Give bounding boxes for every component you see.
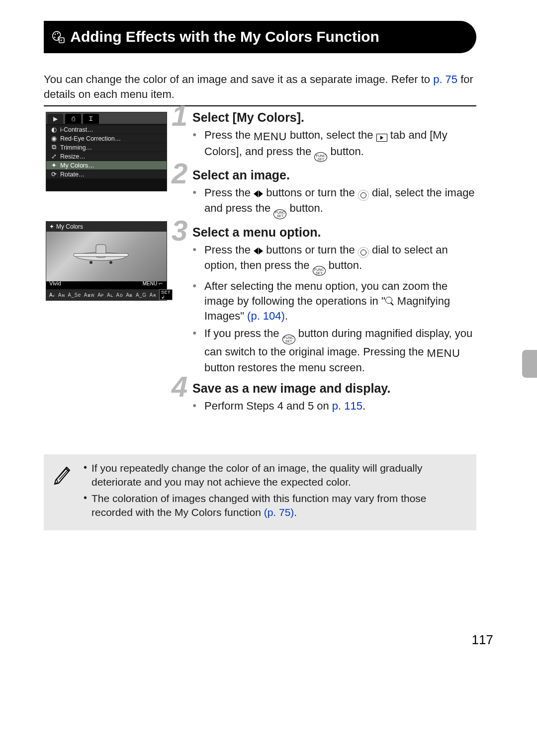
intro-text-1: You can change the color of an image and… — [44, 73, 433, 85]
left-right-arrows-icon — [254, 190, 263, 197]
step-number: 1 — [172, 101, 187, 130]
menu-return-label: MENU ⤺ — [143, 281, 163, 286]
my-colors-preview-screenshot: ✦ My Colors Vivid MENU ⤺ AᵥAɴA_SeAʙwAᴘAʟ… — [46, 221, 167, 301]
text-span: button. — [326, 259, 362, 271]
text-span: button. — [327, 145, 363, 158]
camera-menu-item-icon: ⧉ — [50, 144, 57, 151]
camera-menu-item: ⤢Resize… — [46, 152, 167, 161]
step-title: Save as a new image and display. — [192, 381, 477, 396]
step-body: Perform Steps 4 and 5 on p. 115. — [192, 399, 477, 414]
step-title: Select an image. — [192, 168, 477, 182]
text-span: The coloration of images changed with th… — [91, 493, 427, 518]
step-bullet: Press the buttons or turn the dial, sele… — [192, 185, 477, 219]
xref-link[interactable]: p. 115 — [332, 400, 362, 412]
section-thumb-tab — [522, 350, 537, 378]
camera-menu-item-icon: ⟳ — [50, 170, 57, 178]
pencil-note-icon — [51, 461, 75, 485]
camera-menu-item-icon: ⤢ — [50, 153, 57, 160]
svg-point-9 — [109, 261, 112, 264]
camera-menu-item-icon: ◐ — [50, 126, 57, 133]
camera-menu-item-icon: ◉ — [50, 135, 57, 142]
text-span: Press the — [204, 129, 254, 141]
svg-marker-4 — [60, 39, 62, 41]
step-body: Press the buttons or turn the dial, sele… — [192, 185, 477, 219]
current-effect-label: Vivid — [49, 280, 61, 286]
playback-tab-icon — [376, 134, 387, 142]
camera-menu-item-icon: ✦ — [50, 162, 57, 169]
my-colors-option: Aʀ — [149, 292, 156, 298]
func-set-button-icon: FUNCSET — [282, 335, 295, 344]
print-tab-icon: ⎙ — [65, 114, 81, 124]
page: Adding Effects with the My Colors Functi… — [0, 0, 537, 756]
text-span: button. — [286, 202, 323, 214]
svg-point-8 — [90, 261, 92, 264]
text-span: . — [285, 310, 288, 322]
my-colors-option: Aᴘ — [97, 292, 104, 298]
my-colors-playback-icon — [51, 30, 65, 43]
step-bullet: Perform Steps 4 and 5 on p. 115. — [192, 399, 477, 414]
camera-menu-item: ◐i-Contrast… — [46, 125, 167, 134]
step-number: 4 — [172, 372, 187, 401]
step: 4Save as a new image and display.Perform… — [177, 381, 477, 414]
playback-tab-icon: ▶ — [47, 114, 63, 124]
step: 1Select [My Colors].Press the MENU butto… — [177, 110, 477, 162]
svg-rect-7 — [74, 253, 128, 256]
intro-link-p75[interactable]: p. 75 — [433, 73, 457, 85]
step-title: Select a menu option. — [192, 225, 477, 240]
my-colors-option-strip: AᵥAɴA_SeAʙwAᴘAʟAᴅAʙA_GAʀSET ↲ — [46, 289, 167, 300]
menu-button-icon: MENU — [254, 129, 287, 144]
camera-menu-item-label: My Colors… — [60, 162, 94, 169]
magnify-icon — [385, 297, 394, 306]
menu-button-icon: MENU — [427, 346, 460, 361]
step-body: Press the buttons or turn the dial to se… — [192, 243, 477, 375]
airplane-illustration — [71, 243, 131, 267]
note-item: If you repeatedly change the color of an… — [84, 461, 467, 490]
tools-tab-icon: Ꮖ — [83, 114, 99, 124]
step: 3Select a menu option.Press the buttons … — [177, 225, 477, 375]
note-box: If you repeatedly change the color of an… — [44, 454, 476, 530]
camera-menu-list: ◐i-Contrast…◉Red-Eye Correction…⧉Trimmin… — [46, 124, 167, 180]
control-dial-icon — [358, 190, 369, 201]
my-colors-option: A_Se — [68, 292, 81, 298]
step: 2Select an image.Press the buttons or tu… — [177, 168, 477, 219]
step-bullet: Press the MENU button, select the tab an… — [192, 128, 477, 162]
page-title: Adding Effects with the My Colors Functi… — [70, 28, 379, 45]
text-span: If you press the — [204, 327, 282, 339]
step-bullet: After selecting the menu option, you can… — [192, 279, 477, 323]
svg-point-2 — [54, 37, 56, 38]
left-right-arrows-icon — [254, 248, 263, 254]
text-span: Perform Steps 4 and 5 on — [204, 400, 332, 412]
camera-menu-item: ✦My Colors… — [46, 161, 167, 170]
my-colors-option: Aʙw — [84, 292, 94, 298]
camera-menu-screenshot: ▶ ⎙ Ꮖ ◐i-Contrast…◉Red-Eye Correction…⧉T… — [46, 112, 167, 191]
page-number: 117 — [472, 632, 493, 648]
my-colors-option: Aɴ — [58, 292, 65, 298]
my-colors-header: ✦ My Colors — [46, 222, 167, 232]
step-bullet: If you press the FUNCSET button during m… — [192, 326, 477, 375]
text-span: buttons or turn the — [263, 244, 358, 256]
my-colors-option: Aʟ — [107, 292, 113, 298]
my-colors-option: Aᴅ — [116, 292, 123, 298]
camera-menu-item-label: Rotate… — [60, 171, 85, 178]
step-bullet: Press the buttons or turn the dial to se… — [192, 243, 477, 276]
step-number: 3 — [172, 216, 187, 245]
palette-icon: ✦ — [49, 223, 54, 230]
text-span: buttons or turn the — [263, 186, 358, 199]
control-dial-icon — [358, 247, 369, 258]
xref-link[interactable]: (p. 104) — [247, 310, 285, 322]
note-item: The coloration of images changed with th… — [84, 492, 467, 520]
step-number: 2 — [172, 159, 187, 188]
text-span: button restores the menu screen. — [204, 361, 365, 374]
text-span: . — [362, 400, 365, 412]
intro-paragraph: You can change the color of an image and… — [44, 72, 476, 101]
camera-menu-item: ⟳Rotate… — [46, 170, 167, 179]
camera-menu-item: ◉Red-Eye Correction… — [46, 134, 167, 143]
svg-point-1 — [57, 33, 59, 34]
camera-menu-item-label: Red-Eye Correction… — [60, 135, 121, 142]
set-label: SET ↲ — [159, 289, 173, 300]
page-title-banner: Adding Effects with the My Colors Functi… — [44, 21, 476, 53]
camera-menu-item-label: Trimming… — [60, 144, 92, 151]
my-colors-option: Aᵥ — [49, 292, 55, 298]
xref-link[interactable]: (p. 75) — [264, 506, 294, 518]
step-title: Select [My Colors]. — [192, 110, 477, 125]
